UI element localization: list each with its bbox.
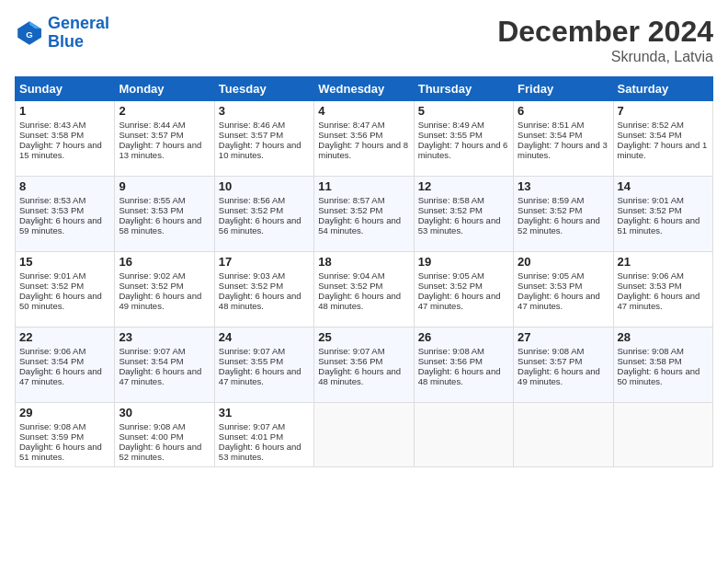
day-number: 4 — [318, 104, 409, 118]
sunrise-label: Sunrise: 9:03 AM — [219, 270, 285, 281]
calendar-cell: 16 Sunrise: 9:02 AM Sunset: 3:52 PM Dayl… — [115, 252, 214, 327]
sunrise-label: Sunrise: 9:06 AM — [618, 270, 684, 281]
calendar-cell — [414, 403, 513, 467]
sunset-label: Sunset: 3:53 PM — [119, 205, 183, 215]
daylight-label: Daylight: 6 hours and 52 minutes. — [518, 215, 600, 236]
calendar-cell: 9 Sunrise: 8:55 AM Sunset: 3:53 PM Dayli… — [115, 177, 214, 252]
sunset-label: Sunset: 3:56 PM — [318, 130, 382, 140]
weekday-header: Tuesday — [214, 77, 313, 101]
sunrise-label: Sunrise: 9:07 AM — [219, 421, 285, 431]
sunset-label: Sunset: 4:00 PM — [119, 431, 183, 442]
sunset-label: Sunset: 3:54 PM — [618, 130, 682, 140]
day-number: 24 — [219, 330, 310, 344]
calendar-cell: 13 Sunrise: 8:59 AM Sunset: 3:52 PM Dayl… — [514, 177, 613, 252]
daylight-label: Daylight: 6 hours and 50 minutes. — [618, 366, 700, 386]
sunset-label: Sunset: 3:53 PM — [618, 281, 682, 291]
daylight-label: Daylight: 6 hours and 49 minutes. — [518, 366, 600, 386]
daylight-label: Daylight: 7 hours and 1 minute. — [618, 140, 708, 160]
sunrise-label: Sunrise: 9:02 AM — [119, 270, 185, 281]
calendar-cell: 4 Sunrise: 8:47 AM Sunset: 3:56 PM Dayli… — [314, 101, 414, 177]
calendar-week-row: 29 Sunrise: 9:08 AM Sunset: 3:59 PM Dayl… — [16, 403, 713, 467]
day-number: 27 — [518, 330, 609, 344]
calendar-cell: 6 Sunrise: 8:51 AM Sunset: 3:54 PM Dayli… — [514, 101, 613, 177]
daylight-label: Daylight: 7 hours and 8 minutes. — [318, 140, 408, 160]
header-row: SundayMondayTuesdayWednesdayThursdayFrid… — [16, 77, 713, 101]
calendar-cell: 25 Sunrise: 9:07 AM Sunset: 3:56 PM Dayl… — [314, 327, 414, 403]
calendar-cell: 18 Sunrise: 9:04 AM Sunset: 3:52 PM Dayl… — [314, 252, 414, 327]
header: G General Blue December 2024 Skrunda, La… — [15, 15, 713, 65]
day-number: 2 — [119, 104, 210, 118]
day-number: 1 — [19, 104, 110, 118]
daylight-label: Daylight: 6 hours and 58 minutes. — [119, 215, 201, 236]
daylight-label: Daylight: 6 hours and 56 minutes. — [219, 215, 301, 236]
calendar-cell: 24 Sunrise: 9:07 AM Sunset: 3:55 PM Dayl… — [214, 327, 313, 403]
calendar-cell: 26 Sunrise: 9:08 AM Sunset: 3:56 PM Dayl… — [414, 327, 513, 403]
daylight-label: Daylight: 6 hours and 47 minutes. — [219, 366, 301, 386]
sunrise-label: Sunrise: 8:49 AM — [418, 120, 484, 130]
calendar: SundayMondayTuesdayWednesdayThursdayFrid… — [15, 76, 713, 467]
calendar-cell: 12 Sunrise: 8:58 AM Sunset: 3:52 PM Dayl… — [414, 177, 513, 252]
daylight-label: Daylight: 6 hours and 47 minutes. — [518, 291, 600, 311]
sunrise-label: Sunrise: 9:04 AM — [318, 270, 384, 281]
calendar-cell: 22 Sunrise: 9:06 AM Sunset: 3:54 PM Dayl… — [16, 327, 115, 403]
day-number: 9 — [119, 179, 210, 193]
subtitle: Skrunda, Latvia — [497, 49, 713, 65]
weekday-header: Monday — [115, 77, 214, 101]
sunrise-label: Sunrise: 8:53 AM — [19, 195, 85, 205]
day-number: 16 — [119, 255, 210, 269]
day-number: 12 — [418, 179, 509, 193]
calendar-cell: 8 Sunrise: 8:53 AM Sunset: 3:53 PM Dayli… — [16, 177, 115, 252]
calendar-cell: 3 Sunrise: 8:46 AM Sunset: 3:57 PM Dayli… — [214, 101, 313, 177]
daylight-label: Daylight: 7 hours and 3 minutes. — [518, 140, 608, 160]
day-number: 25 — [318, 330, 409, 344]
day-number: 20 — [518, 255, 609, 269]
day-number: 23 — [119, 330, 210, 344]
calendar-cell: 21 Sunrise: 9:06 AM Sunset: 3:53 PM Dayl… — [613, 252, 712, 327]
calendar-cell: 19 Sunrise: 9:05 AM Sunset: 3:52 PM Dayl… — [414, 252, 513, 327]
sunrise-label: Sunrise: 9:07 AM — [318, 346, 384, 356]
sunrise-label: Sunrise: 8:59 AM — [518, 195, 584, 205]
calendar-cell: 23 Sunrise: 9:07 AM Sunset: 3:54 PM Dayl… — [115, 327, 214, 403]
calendar-cell: 10 Sunrise: 8:56 AM Sunset: 3:52 PM Dayl… — [214, 177, 313, 252]
calendar-cell: 27 Sunrise: 9:08 AM Sunset: 3:57 PM Dayl… — [514, 327, 613, 403]
daylight-label: Daylight: 7 hours and 10 minutes. — [219, 140, 301, 160]
sunrise-label: Sunrise: 8:47 AM — [318, 120, 384, 130]
page: G General Blue December 2024 Skrunda, La… — [0, 0, 728, 563]
sunrise-label: Sunrise: 9:07 AM — [119, 346, 185, 356]
sunrise-label: Sunrise: 8:55 AM — [119, 195, 185, 205]
calendar-cell: 29 Sunrise: 9:08 AM Sunset: 3:59 PM Dayl… — [16, 403, 115, 467]
sunrise-label: Sunrise: 9:05 AM — [418, 270, 484, 281]
weekday-header: Friday — [514, 77, 613, 101]
logo-line2: Blue — [48, 32, 84, 51]
sunrise-label: Sunrise: 9:05 AM — [518, 270, 584, 281]
title-block: December 2024 Skrunda, Latvia — [497, 15, 713, 65]
calendar-cell: 15 Sunrise: 9:01 AM Sunset: 3:52 PM Dayl… — [16, 252, 115, 327]
daylight-label: Daylight: 7 hours and 15 minutes. — [19, 140, 102, 160]
sunset-label: Sunset: 3:58 PM — [618, 356, 682, 366]
sunset-label: Sunset: 3:52 PM — [418, 205, 483, 215]
daylight-label: Daylight: 6 hours and 48 minutes. — [418, 366, 501, 386]
sunset-label: Sunset: 3:52 PM — [19, 281, 84, 291]
sunset-label: Sunset: 3:54 PM — [19, 356, 84, 366]
sunset-label: Sunset: 3:56 PM — [318, 356, 382, 366]
sunset-label: Sunset: 3:52 PM — [219, 205, 283, 215]
day-number: 3 — [219, 104, 310, 118]
calendar-cell — [514, 403, 613, 467]
day-number: 10 — [219, 179, 310, 193]
calendar-cell: 5 Sunrise: 8:49 AM Sunset: 3:55 PM Dayli… — [414, 101, 513, 177]
day-number: 13 — [518, 179, 609, 193]
daylight-label: Daylight: 7 hours and 6 minutes. — [418, 140, 508, 160]
daylight-label: Daylight: 6 hours and 52 minutes. — [119, 442, 201, 462]
daylight-label: Daylight: 6 hours and 47 minutes. — [19, 366, 102, 386]
calendar-cell: 11 Sunrise: 8:57 AM Sunset: 3:52 PM Dayl… — [314, 177, 414, 252]
sunrise-label: Sunrise: 9:08 AM — [618, 346, 684, 356]
sunset-label: Sunset: 3:57 PM — [119, 130, 183, 140]
sunset-label: Sunset: 3:53 PM — [518, 281, 582, 291]
day-number: 5 — [418, 104, 509, 118]
day-number: 6 — [518, 104, 609, 118]
daylight-label: Daylight: 6 hours and 54 minutes. — [318, 215, 401, 236]
svg-text:G: G — [26, 29, 32, 40]
sunset-label: Sunset: 3:52 PM — [219, 281, 283, 291]
calendar-week-row: 1 Sunrise: 8:43 AM Sunset: 3:58 PM Dayli… — [16, 101, 713, 177]
sunset-label: Sunset: 3:57 PM — [219, 130, 283, 140]
